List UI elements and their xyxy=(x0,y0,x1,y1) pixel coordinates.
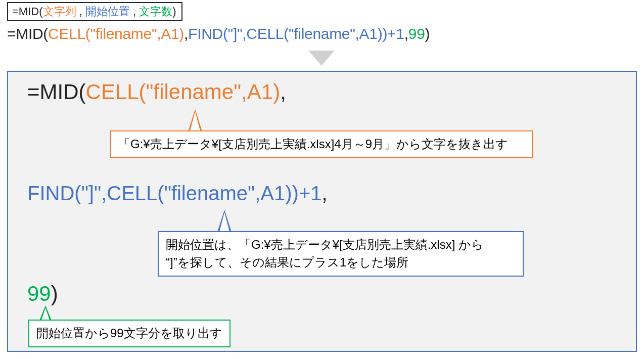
callout-orange: 「G:¥売上データ¥[支店別売上実績.xlsx]4月～9月」から文字を抜き出す xyxy=(110,130,533,158)
syntax-arg2: 開始位置 xyxy=(85,5,130,18)
syntax-sep2: , xyxy=(130,5,139,18)
callout-green: 開始位置から99文字分を取り出す xyxy=(28,320,231,347)
formula-cell-arg: CELL("filename",A1) xyxy=(48,25,184,42)
callout-orange-text: 「G:¥売上データ¥[支店別売上実績.xlsx]4月～9月」から文字を抜き出す xyxy=(118,137,508,151)
syntax-arg1: 文字列 xyxy=(43,5,76,18)
explanation-panel: =MID(CELL("filename",A1), 「G:¥売上データ¥[支店別… xyxy=(7,71,637,352)
callout-blue-text-l2: “]”を探して、その結果にプラス1をした場所 xyxy=(166,255,408,269)
formula-comma1: , xyxy=(184,25,188,42)
syntax-prefix: =MID( xyxy=(12,5,43,18)
line1-mid: =MID( xyxy=(27,80,86,104)
line1-comma: , xyxy=(280,80,286,104)
callout-blue: 開始位置は、「G:¥売上データ¥[支店別売上実績.xlsx] から “]”を探し… xyxy=(158,231,524,277)
panel-line1: =MID(CELL("filename",A1), xyxy=(27,80,286,104)
panel-line3: 99) xyxy=(27,282,58,306)
line1-cell: CELL("filename",A1) xyxy=(86,80,281,104)
line2-find: FIND("]",CELL("filename",A1))+1 xyxy=(27,182,322,204)
syntax-box: =MID(文字列 , 開始位置 , 文字数) xyxy=(7,2,182,21)
callout-green-text: 開始位置から99文字分を取り出す xyxy=(36,326,222,340)
formula-close: ) xyxy=(425,25,430,42)
callout-pointer-green xyxy=(39,305,52,321)
panel-line2: FIND("]",CELL("filename",A1))+1, xyxy=(27,182,328,205)
main-formula: =MID(CELL("filename",A1),FIND("]",CELL("… xyxy=(7,25,430,42)
formula-99: 99 xyxy=(408,25,425,42)
formula-comma2: , xyxy=(404,25,408,42)
down-arrow-icon xyxy=(308,51,335,66)
callout-blue-text-l1: 開始位置は、「G:¥売上データ¥[支店別売上実績.xlsx] から xyxy=(166,238,484,251)
syntax-sep1: , xyxy=(76,5,85,18)
formula-eq-mid: =MID( xyxy=(7,25,48,42)
callout-pointer-blue xyxy=(217,210,232,232)
line3-99: 99 xyxy=(27,282,51,305)
syntax-arg3: 文字数 xyxy=(139,5,172,18)
formula-find-arg: FIND("]",CELL("filename",A1))+1 xyxy=(188,25,404,42)
syntax-suffix: ) xyxy=(172,5,176,18)
line2-comma: , xyxy=(322,182,328,204)
line3-close: ) xyxy=(51,282,58,305)
callout-pointer-orange xyxy=(188,109,202,131)
